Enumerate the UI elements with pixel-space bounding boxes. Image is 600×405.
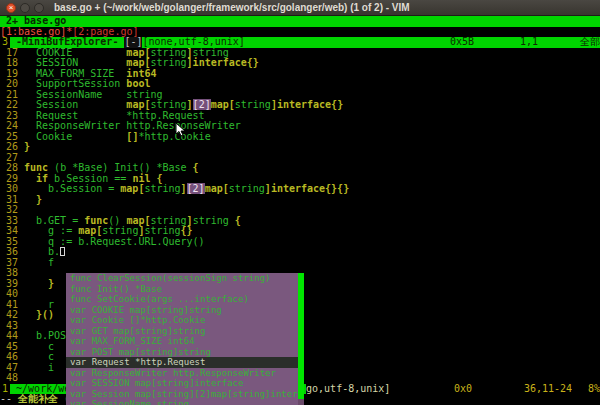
popup-item[interactable]: var SessionName string [66, 399, 304, 405]
popup-item[interactable]: func ClearSession(sessionSign string) [66, 273, 304, 284]
buffer-entry-base-go[interactable]: [1:base.go]* [0, 27, 72, 37]
insert-cursor [60, 247, 65, 256]
completion-popup-menu: func ClearSession(sessionSign string)fun… [66, 273, 304, 405]
line-text: } [18, 195, 42, 206]
popup-item[interactable]: func SetCookie(args ...interface) [66, 294, 304, 305]
line-number: 42 [0, 310, 18, 321]
line-number: 20 [0, 79, 18, 90]
code-line[interactable]: 36 b. [0, 247, 600, 258]
window-title: base.go + (~/work/web/golanger/framework… [54, 2, 410, 13]
tab-base-go[interactable]: 2+ base.go [0, 16, 72, 26]
buffer-entry-page-go[interactable]: [2:page.go] [72, 27, 138, 37]
popup-item[interactable]: var SESSION map[string]interface [66, 378, 304, 389]
popup-item[interactable]: func Init() *Base [66, 284, 304, 295]
file-status-right: go,utf-8,unix] 0x0 36,11-24 8% [306, 384, 600, 395]
vim-screen: 2+ base.go [1:base.go]*[2:page.go] 3 -Mi… [0, 16, 600, 405]
line-number: 48 [0, 373, 18, 384]
code-line[interactable]: 30 b.Session = map[string][2]map[string]… [0, 184, 600, 195]
line-number: 40 [0, 289, 18, 300]
popup-item[interactable]: var Session map[string][2]map[string]int… [66, 389, 304, 400]
line-number: 22 [0, 100, 18, 111]
file-hex-value: 0x0 [454, 384, 524, 395]
code-line[interactable]: 37 f [0, 258, 600, 269]
line-number: 30 [0, 184, 18, 195]
cmdline-dashes: -- [0, 394, 18, 404]
line-text [18, 373, 24, 384]
popup-item[interactable]: var GET map[string]string [66, 326, 304, 337]
window-close-button[interactable]: × [6, 3, 16, 13]
line-number: 34 [0, 226, 18, 237]
line-text: } [18, 279, 54, 290]
code-line[interactable]: 26} [0, 142, 600, 153]
file-ruler: 0x0 36,11-24 8% [454, 384, 600, 395]
line-number: 38 [0, 268, 18, 279]
popup-scrollbar-thumb[interactable] [298, 273, 304, 399]
line-number: 32 [0, 205, 18, 216]
minibufexplorer-buffer-list: [1:base.go]*[2:page.go] [0, 27, 600, 38]
line-number: 44 [0, 331, 18, 342]
line-number: 46 [0, 352, 18, 363]
line-text: b.Session = map[string][2]map[string]int… [18, 184, 349, 195]
window-minimize-button[interactable] [20, 3, 30, 13]
minibuf-hex-value: 0x5B [450, 37, 520, 48]
popup-item-selected[interactable]: var Request *http.Request [66, 357, 304, 368]
window-maximize-button[interactable] [34, 3, 44, 13]
line-number: 26 [0, 142, 18, 153]
mouse-cursor [175, 122, 186, 138]
line-text: i [18, 363, 54, 374]
line-number: 28 [0, 163, 18, 174]
minibuf-buffer-number: 3 [0, 37, 10, 48]
popup-scrollbar[interactable] [298, 273, 304, 405]
file-format-chip: go,utf-8,unix] [306, 384, 390, 395]
line-number: 24 [0, 121, 18, 132]
code-line[interactable]: 25 Cookie []*http.Cookie [0, 132, 600, 143]
minibuf-ruler: 0x5B 1,1 全部 [450, 37, 600, 48]
line-number: 18 [0, 58, 18, 69]
popup-item[interactable]: var ResponseWriter http.ResponseWriter [66, 368, 304, 379]
minibuf-cursor-pos: 1,1 [520, 37, 580, 48]
file-cursor-pos: 36,11-24 [524, 384, 588, 395]
popup-item[interactable]: var COOKIE map[string]string [66, 305, 304, 316]
popup-item[interactable]: var MAX_FORM_SIZE int64 [66, 336, 304, 347]
line-number: 36 [0, 247, 18, 258]
popup-item[interactable]: var Cookie []*http.Cookie [66, 315, 304, 326]
minibuf-scroll-pct: 全部 [580, 37, 600, 48]
file-scroll-pct: 8% [588, 384, 600, 395]
code-line[interactable]: 31 } [0, 195, 600, 206]
line-text: }() [18, 310, 54, 321]
window-titlebar: × base.go + (~/work/web/golanger/framewo… [0, 0, 600, 16]
popup-item[interactable]: var POST map[string]string [66, 347, 304, 358]
line-text: f [18, 258, 54, 269]
file-buffer-number: 1 [0, 384, 10, 395]
vim-tabline: 2+ base.go [0, 16, 600, 27]
code-line[interactable]: 35 q := b.Request.URL.Query() [0, 237, 600, 248]
line-text: } [18, 142, 30, 153]
